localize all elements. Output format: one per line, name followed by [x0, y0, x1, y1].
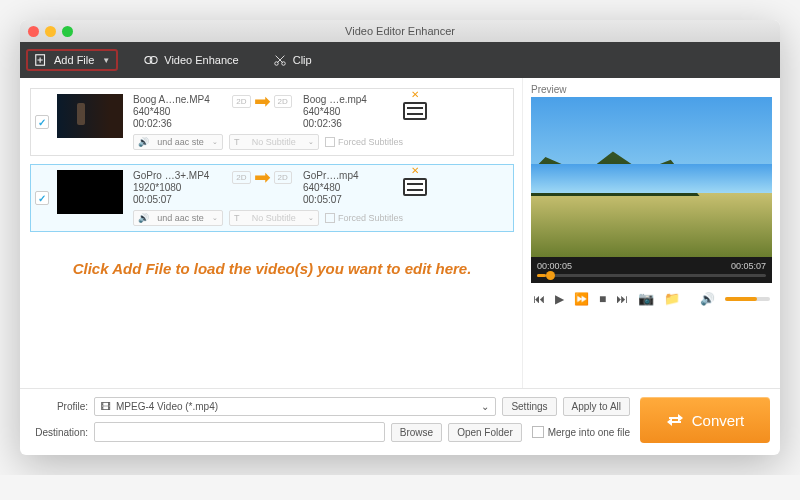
dim-badge-in: 2D	[232, 171, 250, 184]
preview-viewport	[531, 97, 772, 257]
audio-track-dropdown[interactable]: 🔊 und aac ste ⌄	[133, 210, 223, 226]
window-title: Video Editor Enhancer	[20, 25, 780, 37]
subtitle-value: No Subtitle	[252, 137, 296, 147]
video-enhance-label: Video Enhance	[164, 54, 238, 66]
checkbox-icon	[325, 213, 335, 223]
conversion-arrow: 2D ➡ 2D	[227, 89, 297, 113]
scrub-bar[interactable]	[531, 271, 772, 283]
video-enhance-button[interactable]: Video Enhance	[136, 49, 246, 71]
output-format-icon[interactable]	[403, 102, 427, 120]
apply-all-button[interactable]: Apply to All	[563, 397, 630, 416]
subtitle-dropdown[interactable]: T No Subtitle ⌄	[229, 134, 319, 150]
chevron-down-icon: ⌄	[308, 138, 314, 146]
forced-subtitles-toggle[interactable]: Forced Subtitles	[325, 213, 403, 223]
forced-subtitles-label: Forced Subtitles	[338, 137, 403, 147]
film-icon: 🎞	[101, 401, 111, 412]
file-checkbox[interactable]	[35, 191, 49, 205]
file-list-pane: Boog A…ne.MP4 640*480 00:02:36 2D ➡ 2D B…	[20, 78, 522, 388]
remove-file-button[interactable]: ✕	[411, 89, 419, 100]
content-area: Boog A…ne.MP4 640*480 00:02:36 2D ➡ 2D B…	[20, 78, 780, 388]
source-resolution: 640*480	[133, 106, 221, 117]
profile-label: Profile:	[30, 401, 88, 412]
settings-button[interactable]: Settings	[502, 397, 556, 416]
destination-label: Destination:	[30, 427, 88, 438]
minimize-window-icon[interactable]	[45, 26, 56, 37]
conversion-arrow: 2D ➡ 2D	[227, 165, 297, 189]
audio-track-value: und aac ste	[157, 137, 204, 147]
subtitle-dropdown[interactable]: T No Subtitle ⌄	[229, 210, 319, 226]
time-total: 00:05:07	[731, 261, 766, 271]
chevron-down-icon: ⌄	[212, 214, 218, 222]
swap-icon	[666, 411, 684, 429]
source-info: GoPro …3+.MP4 1920*1080 00:05:07	[127, 165, 227, 207]
snapshot-button[interactable]: 📷	[638, 291, 654, 306]
scrub-handle[interactable]	[546, 271, 555, 280]
open-folder-button[interactable]: 📁	[664, 291, 680, 306]
output-duration: 00:02:36	[303, 118, 391, 129]
source-filename: GoPro …3+.MP4	[133, 170, 221, 181]
app-window: Video Editor Enhancer Add File ▼ Video E…	[20, 20, 780, 455]
dim-badge-out: 2D	[274, 95, 292, 108]
subtitle-value: No Subtitle	[252, 213, 296, 223]
clip-button[interactable]: Clip	[265, 49, 320, 71]
source-duration: 00:05:07	[133, 194, 221, 205]
output-resolution: 640*480	[303, 182, 391, 193]
clip-label: Clip	[293, 54, 312, 66]
open-folder-button[interactable]: Open Folder	[448, 423, 522, 442]
merge-label: Merge into one file	[548, 427, 630, 438]
empty-hint: Click Add File to load the video(s) you …	[30, 260, 514, 277]
titlebar: Video Editor Enhancer	[20, 20, 780, 42]
play-button[interactable]: ▶	[555, 292, 564, 306]
file-row[interactable]: Boog A…ne.MP4 640*480 00:02:36 2D ➡ 2D B…	[30, 88, 514, 156]
next-button[interactable]: ⏭	[616, 292, 628, 306]
browse-button[interactable]: Browse	[391, 423, 442, 442]
output-duration: 00:05:07	[303, 194, 391, 205]
add-file-label: Add File	[54, 54, 94, 66]
chevron-down-icon: ⌄	[212, 138, 218, 146]
arrow-right-icon: ➡	[254, 89, 271, 113]
speaker-icon: 🔊	[138, 213, 149, 223]
profile-dropdown[interactable]: 🎞 MPEG-4 Video (*.mp4) ⌄	[94, 397, 496, 416]
volume-slider[interactable]	[725, 297, 770, 301]
svg-point-4	[150, 57, 157, 64]
forced-subtitles-label: Forced Subtitles	[338, 213, 403, 223]
add-file-button[interactable]: Add File ▼	[26, 49, 118, 71]
subtitle-icon: T	[234, 213, 240, 223]
profile-value: MPEG-4 Video (*.mp4)	[116, 401, 218, 412]
merge-checkbox[interactable]: Merge into one file	[532, 426, 630, 438]
volume-icon[interactable]: 🔊	[700, 292, 715, 306]
scissors-icon	[273, 53, 287, 67]
file-thumbnail	[57, 94, 123, 138]
dim-badge-out: 2D	[274, 171, 292, 184]
convert-button[interactable]: Convert	[640, 397, 770, 443]
file-row[interactable]: GoPro …3+.MP4 1920*1080 00:05:07 2D ➡ 2D…	[30, 164, 514, 232]
chevron-down-icon: ⌄	[308, 214, 314, 222]
chevron-down-icon: ▼	[102, 56, 110, 65]
main-toolbar: Add File ▼ Video Enhance Clip	[20, 42, 780, 78]
audio-track-dropdown[interactable]: 🔊 und aac ste ⌄	[133, 134, 223, 150]
stop-button[interactable]: ■	[599, 292, 606, 306]
file-checkbox[interactable]	[35, 115, 49, 129]
destination-input[interactable]	[94, 422, 385, 442]
fwd-button[interactable]: ⏩	[574, 292, 589, 306]
output-filename: GoPr….mp4	[303, 170, 391, 181]
time-current: 00:00:05	[537, 261, 572, 271]
forced-subtitles-toggle[interactable]: Forced Subtitles	[325, 137, 403, 147]
convert-label: Convert	[692, 412, 745, 429]
speaker-icon: 🔊	[138, 137, 149, 147]
checkbox-icon	[325, 137, 335, 147]
source-filename: Boog A…ne.MP4	[133, 94, 221, 105]
close-window-icon[interactable]	[28, 26, 39, 37]
zoom-window-icon[interactable]	[62, 26, 73, 37]
checkbox-icon	[532, 426, 544, 438]
prev-button[interactable]: ⏮	[533, 292, 545, 306]
output-format-icon[interactable]	[403, 178, 427, 196]
bottom-bar: Profile: 🎞 MPEG-4 Video (*.mp4) ⌄ Settin…	[20, 388, 780, 455]
preview-pane: Preview 00:00:05 00:05:07 ⏮ ▶ ⏩ ■ ⏭ 📷 📁 …	[522, 78, 780, 388]
chevron-down-icon: ⌄	[481, 401, 489, 412]
add-file-icon	[34, 53, 48, 67]
subtitle-icon: T	[234, 137, 240, 147]
source-resolution: 1920*1080	[133, 182, 221, 193]
remove-file-button[interactable]: ✕	[411, 165, 419, 176]
output-filename: Boog …e.mp4	[303, 94, 391, 105]
